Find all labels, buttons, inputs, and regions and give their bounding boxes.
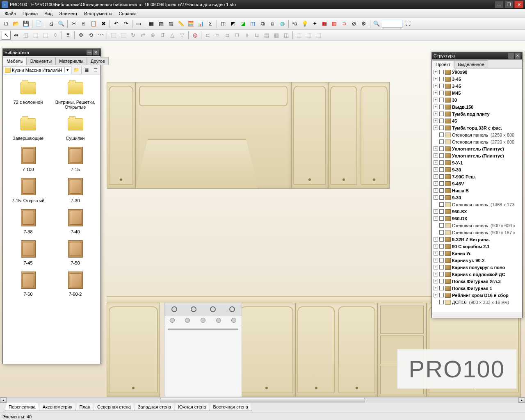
expand-icon[interactable]: + <box>434 209 438 214</box>
expand-icon[interactable]: + <box>434 293 438 297</box>
tree-row[interactable]: +Каниз Уг. <box>432 250 522 257</box>
library-item[interactable]: Витрины, Решетки, Открытые <box>53 78 97 110</box>
checkbox[interactable] <box>439 258 444 262</box>
tree-row[interactable]: +Полка Фигурная Угл.3 <box>432 278 522 285</box>
warn-icon[interactable]: ⊘ <box>349 19 358 28</box>
view2-icon[interactable]: ▧ <box>157 19 166 28</box>
expand-icon[interactable]: + <box>434 265 438 269</box>
s2-icon[interactable]: ⬚ <box>304 31 313 40</box>
up-folder-icon[interactable]: 📁 <box>72 66 80 74</box>
a4-icon[interactable]: ⊓ <box>233 31 242 40</box>
checkbox[interactable] <box>439 153 444 158</box>
tree-row[interactable]: +Карниз полукруг с поло <box>432 264 522 271</box>
cursor-icon[interactable]: ↖ <box>2 31 11 40</box>
s1-icon[interactable]: ⬚ <box>294 31 304 40</box>
star-icon[interactable]: ✦ <box>310 19 319 28</box>
tree-row[interactable]: +45 <box>432 117 522 124</box>
g3-icon[interactable]: ↻ <box>128 31 137 40</box>
a1-icon[interactable]: ⊏ <box>203 31 212 40</box>
minimize-button[interactable]: — <box>495 1 504 8</box>
tree-row[interactable]: +У90x90 <box>432 68 522 75</box>
view-list-icon[interactable]: ☰ <box>91 66 100 74</box>
checkbox[interactable] <box>439 244 444 249</box>
t3-icon[interactable]: ⬚ <box>31 31 40 40</box>
tree-row[interactable]: +9-32R Z Витрина. <box>432 236 522 243</box>
checkbox[interactable] <box>439 209 444 214</box>
checkbox[interactable] <box>439 251 444 256</box>
checkbox[interactable] <box>439 279 444 283</box>
expand-icon[interactable]: + <box>434 105 438 109</box>
view-tab[interactable]: Перспектива <box>5 403 39 411</box>
library-path-combo[interactable]: Кухни Массив Италия\Н ▾ <box>4 66 71 74</box>
expand-icon[interactable]: + <box>434 174 438 179</box>
checkbox[interactable] <box>439 98 444 102</box>
g2-icon[interactable]: ⬚ <box>119 31 128 40</box>
t5-icon[interactable]: ◊ <box>51 31 60 40</box>
menu-Файл[interactable]: Файл <box>2 10 19 17</box>
library-item[interactable]: 7-45 <box>6 239 50 265</box>
library-item[interactable]: Сушилки <box>53 114 97 141</box>
expand-icon[interactable]: + <box>434 167 438 172</box>
tree-row[interactable]: ДСП16(900 x 333 x 16 мм) <box>432 299 522 306</box>
a2-icon[interactable]: ≡ <box>213 31 222 40</box>
expand-icon[interactable]: + <box>434 98 438 102</box>
structure-tab[interactable]: Выделенное <box>454 60 488 68</box>
tree-row[interactable]: +9-45V <box>432 180 522 187</box>
tree-row[interactable]: +Тумба под плиту <box>432 110 522 117</box>
tree-row[interactable]: +Ниша В <box>432 187 522 194</box>
tree-row[interactable]: +960-DX <box>432 215 522 222</box>
checkbox[interactable] <box>439 195 444 200</box>
menu-Правка[interactable]: Правка <box>19 10 41 17</box>
delete-icon[interactable]: ✖ <box>99 19 108 28</box>
menu-Элемент[interactable]: Элемент <box>56 10 81 17</box>
view-tab[interactable]: План <box>75 403 94 411</box>
magnet-icon[interactable]: ⊃ <box>340 19 349 28</box>
redo-icon[interactable]: ↷ <box>121 19 130 28</box>
checkbox[interactable] <box>439 286 444 290</box>
checkbox[interactable] <box>439 84 444 88</box>
expand-icon[interactable]: + <box>434 119 438 123</box>
save-icon[interactable]: 💾 <box>21 19 30 28</box>
g4-icon[interactable]: ⇄ <box>138 31 147 40</box>
panel-minimize-icon[interactable]: — <box>508 53 514 59</box>
tree-row[interactable]: +Уплотнитель (Плинтус) <box>432 152 522 159</box>
maximize-button[interactable]: ❐ <box>504 1 514 8</box>
expand-icon[interactable]: + <box>434 181 438 186</box>
zoom-icon[interactable]: 🔍 <box>372 19 381 28</box>
checkbox[interactable] <box>439 174 444 179</box>
tree-row[interactable]: +Полка Фигурная 1 <box>432 285 522 292</box>
view-tab[interactable]: Аксонометрия <box>39 403 76 411</box>
cube7-icon[interactable]: ◍ <box>278 19 287 28</box>
undo-icon[interactable]: ↶ <box>112 19 121 28</box>
close-button[interactable]: ✕ <box>514 1 523 8</box>
copy-icon[interactable]: ⎘ <box>79 19 88 28</box>
checkbox[interactable] <box>439 300 444 304</box>
viewport-hscroll[interactable]: ◂▸ <box>0 397 525 403</box>
panel-close-icon[interactable]: ✕ <box>93 50 99 55</box>
checkbox[interactable] <box>439 230 444 235</box>
expand-icon[interactable]: + <box>434 160 438 165</box>
grid-icon[interactable]: ▦ <box>320 19 329 28</box>
rot-icon[interactable]: ⟲ <box>86 31 95 40</box>
text-icon[interactable]: ªa <box>290 19 299 28</box>
s3-icon[interactable]: ⬚ <box>314 31 323 40</box>
paste-icon[interactable]: 📋 <box>89 19 98 28</box>
tree-row[interactable]: +Рейлинг хром D16 в сбор <box>432 292 522 299</box>
a5-icon[interactable]: ⫿ <box>242 31 251 40</box>
cube6-icon[interactable]: ⧈ <box>268 19 277 28</box>
checkbox[interactable] <box>439 112 444 116</box>
zoomfit-icon[interactable]: ⛶ <box>403 19 412 28</box>
checkbox[interactable] <box>439 181 444 186</box>
expand-icon[interactable]: + <box>434 251 438 256</box>
zoom-combo[interactable] <box>382 20 402 28</box>
panel-minimize-icon[interactable]: — <box>87 50 92 55</box>
tree-row[interactable]: Стеновая панель(900 x 187 x <box>432 229 522 236</box>
expand-icon[interactable]: + <box>434 153 438 158</box>
grid2-icon[interactable]: ▥ <box>330 19 339 28</box>
tree-row[interactable]: +7-90С Реш. <box>432 173 522 180</box>
a8-icon[interactable]: ▥ <box>272 31 281 40</box>
cube2-icon[interactable]: ◩ <box>228 19 237 28</box>
checkbox[interactable] <box>439 146 444 151</box>
checkbox[interactable] <box>439 202 444 207</box>
checkbox[interactable] <box>439 167 444 172</box>
